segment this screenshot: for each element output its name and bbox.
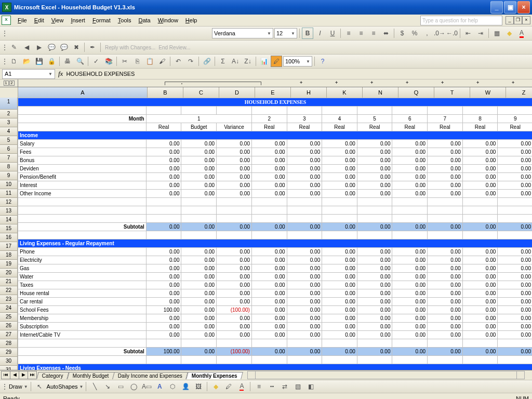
increase-decimal-button[interactable]: .0→ [434,28,445,39]
menu-view[interactable]: View [48,16,68,24]
row-header-30[interactable]: 30 [0,357,18,366]
row-header-10[interactable]: 10 [0,180,18,189]
toolbar-grip[interactable]: ⋮ [2,381,7,392]
column-group-expand[interactable]: + [370,80,373,85]
picture-button[interactable]: 🖼 [193,381,204,392]
row-header-19[interactable]: 19 [0,260,18,269]
zoom-selector[interactable]: 100%▼ [283,56,312,66]
dash-style-button[interactable]: ┅ [266,381,277,392]
toolbar-grip[interactable]: ⋮ [2,56,7,67]
row-header-7[interactable]: 7 [0,154,18,163]
autosum-button[interactable]: Σ [217,56,229,67]
increase-indent-button[interactable]: ⇥ [475,28,486,39]
end-review-button[interactable]: End Review... [158,45,190,50]
sort-desc-button[interactable]: Z↓ [242,56,254,67]
italic-button[interactable]: I [314,28,326,39]
row-header-29[interactable]: 29 [0,348,18,357]
column-header-W[interactable]: W [470,87,506,98]
row-header-25[interactable]: 25 [0,313,18,322]
wordart-button[interactable]: A [154,381,165,392]
drawing-button[interactable]: 🖊 [271,56,282,67]
spelling-button[interactable]: ✓ [90,56,102,67]
outline-level-buttons[interactable]: 12 [0,79,18,87]
new-comment-button[interactable]: ✎ [8,42,20,53]
column-group-expand[interactable]: + [335,80,338,85]
row-header-31[interactable]: 31 [0,366,18,370]
show-comment-button[interactable]: 💬 [46,42,57,53]
comma-button[interactable]: , [421,28,433,39]
format-painter-button[interactable]: 🖌 [156,56,168,67]
row-header-13[interactable]: 13 [0,207,18,216]
align-center-button[interactable]: ≡ [355,28,367,39]
column-header-N[interactable]: N [363,87,398,98]
decrease-decimal-button[interactable]: ←.0 [446,28,458,39]
bold-button[interactable]: B [302,28,313,39]
print-button[interactable]: 🖶 [62,56,73,67]
column-header-B[interactable]: B [148,87,183,98]
reply-with-changes-button[interactable]: Reply with Changes... [105,45,155,50]
row-header-1[interactable]: 1 [0,98,18,110]
sheet-tab-daily-income-and-expenses[interactable]: Daily Income and Expenses [112,372,188,379]
tab-nav-buttons[interactable]: ⏮◀▶⏭ [1,371,36,379]
row-header-23[interactable]: 23 [0,295,18,304]
column-header-Q[interactable]: Q [398,87,434,98]
new-button[interactable]: 🗋 [8,56,20,67]
row-header-2[interactable]: 2 [0,110,18,118]
column-header-Z[interactable]: Z [506,87,532,98]
workbook-minimize-button[interactable]: _ [506,16,514,24]
help-search-input[interactable]: Type a question for help [420,16,502,25]
row-header-9[interactable]: 9 [0,171,18,180]
row-header-12[interactable]: 12 [0,198,18,207]
next-comment-button[interactable]: ▶ [33,42,45,53]
sheet-tab-monthly-budget[interactable]: Monthly Budget [67,372,114,379]
row-header-6[interactable]: 6 [0,145,18,154]
column-group-expand[interactable]: + [476,80,479,85]
row-header-26[interactable]: 26 [0,322,18,330]
sheet-tab-category[interactable]: Category [36,372,69,379]
delete-comment-button[interactable]: ✖ [71,42,82,53]
column-group-expand[interactable]: + [300,80,302,85]
row-header-24[interactable]: 24 [0,304,18,313]
font-size-selector[interactable]: 12▼ [274,28,297,38]
sort-asc-button[interactable]: A↓ [230,56,241,67]
autoshapes-menu[interactable]: AutoShapes [47,383,78,390]
column-header-D[interactable]: D [219,87,255,98]
menu-format[interactable]: Format [89,16,114,24]
toolbar-grip[interactable]: ⋮ [2,28,7,39]
fx-icon[interactable]: fx [58,70,63,78]
print-preview-button[interactable]: 🔍 [74,56,86,67]
font-name-selector[interactable]: Verdana▼ [212,28,273,38]
column-header-E[interactable]: E [255,87,291,98]
column-header-T[interactable]: T [434,87,470,98]
row-header-20[interactable]: 20 [0,269,18,277]
arrow-style-button[interactable]: ⇄ [279,381,290,392]
help-button[interactable]: ? [317,56,328,67]
paste-button[interactable]: 📋 [144,56,155,67]
textbox-button[interactable]: A▭ [141,381,152,392]
prev-comment-button[interactable]: ◀ [21,42,32,53]
window-minimize-button[interactable]: _ [490,1,503,14]
row-header-5[interactable]: 5 [0,136,18,145]
row-header-21[interactable]: 21 [0,277,18,286]
arrow-button[interactable]: ↘ [102,381,113,392]
column-group-expand[interactable]: + [512,80,514,85]
window-close-button[interactable]: × [517,1,530,14]
menu-help[interactable]: Help [182,16,201,24]
workbook-close-button[interactable]: × [522,16,530,24]
menu-insert[interactable]: Insert [67,16,89,24]
permission-button[interactable]: 🔒 [46,56,57,67]
save-button[interactable]: 💾 [33,56,45,67]
workbook-restore-button[interactable]: ❐ [514,16,522,24]
borders-button[interactable]: ▦ [491,28,502,39]
line-color-button[interactable]: 🖊 [223,381,234,392]
merge-center-button[interactable]: ⬌ [380,28,392,39]
toolbar-grip[interactable]: ⋮ [2,42,7,53]
row-header-4[interactable]: 4 [0,127,18,136]
spreadsheet-grid[interactable]: HOUSEHOLD EXPENSESMonth123456789RealBudg… [18,98,532,370]
name-box[interactable]: A1▼ [2,69,55,79]
research-button[interactable]: 📚 [103,56,114,67]
row-header-11[interactable]: 11 [0,189,18,198]
undo-button[interactable]: ↶ [172,56,184,67]
sheet-tab-monthly-expenses[interactable]: Monthly Expenses [186,372,243,379]
row-header-16[interactable]: 16 [0,233,18,242]
